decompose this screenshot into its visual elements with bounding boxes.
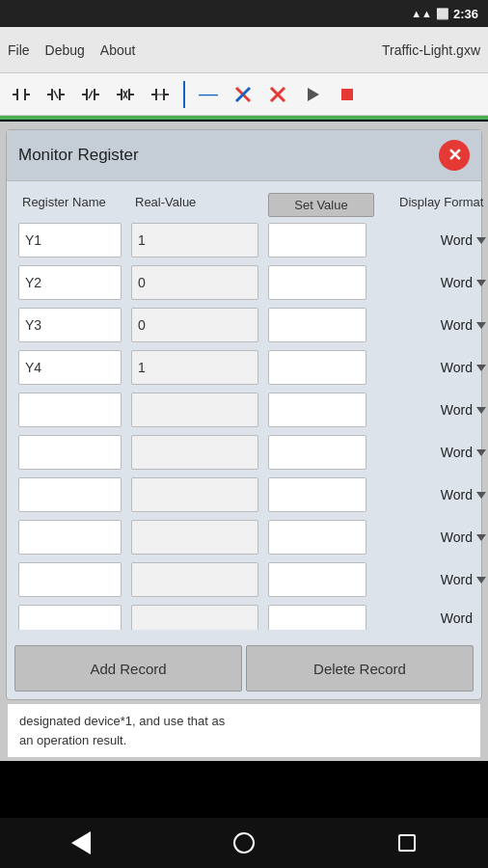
real-value-cell <box>127 560 262 599</box>
real-value-input-8[interactable] <box>131 562 258 597</box>
real-value-cell <box>127 475 262 514</box>
word-dropdown-2[interactable] <box>476 322 486 329</box>
word-dropdown-7[interactable] <box>476 534 486 541</box>
register-name-cell <box>14 348 125 387</box>
toolbar-divider <box>183 81 185 108</box>
battery-icon: ⬜ <box>436 8 449 20</box>
set-value-input-1[interactable] <box>268 265 366 300</box>
register-name-input-2[interactable] <box>18 308 122 342</box>
register-name-cell <box>14 221 125 259</box>
word-label-5: Word <box>441 445 473 460</box>
set-value-input-0[interactable] <box>268 223 366 258</box>
delete-record-button[interactable]: Delete Record <box>246 645 474 692</box>
real-value-input-9[interactable] <box>131 605 258 630</box>
register-name-input-9[interactable] <box>18 605 122 630</box>
real-value-input-5[interactable] <box>131 435 258 470</box>
table-row: Word <box>14 391 474 429</box>
register-name-input-4[interactable] <box>18 393 122 427</box>
menu-debug[interactable]: Debug <box>45 42 85 58</box>
toolbar-btn-line[interactable]: — <box>193 79 224 110</box>
app-title: Traffic-Light.gxw <box>150 42 480 58</box>
toolbar-btn-stop2[interactable] <box>262 79 293 110</box>
register-name-cell <box>14 560 125 599</box>
svg-line-13 <box>89 91 93 98</box>
real-value-input-2[interactable] <box>131 308 258 342</box>
toolbar-btn-coil[interactable] <box>145 79 176 110</box>
close-button[interactable]: ✕ <box>439 140 470 171</box>
green-indicator <box>0 116 488 120</box>
word-dropdown-1[interactable] <box>476 280 486 286</box>
toolbar-btn-ncontact[interactable] <box>41 79 71 110</box>
toolbar: — <box>0 73 488 116</box>
register-name-cell <box>14 518 125 556</box>
col-register-name: Register Name <box>18 193 129 217</box>
toolbar-btn-contact[interactable] <box>6 79 37 110</box>
register-name-input-3[interactable] <box>18 350 122 385</box>
nav-recents-button[interactable] <box>388 824 426 862</box>
add-record-button[interactable]: Add Record <box>14 645 242 692</box>
word-label-7: Word <box>441 529 473 545</box>
real-value-input-3[interactable] <box>131 350 258 385</box>
set-value-input-8[interactable] <box>268 562 366 597</box>
real-value-cell <box>127 391 262 429</box>
set-value-input-7[interactable] <box>268 520 366 555</box>
table-row: Word <box>14 518 474 556</box>
word-label-8: Word <box>441 572 473 587</box>
back-icon <box>71 831 91 854</box>
menu-file[interactable]: File <box>8 42 30 58</box>
toolbar-btn-stop[interactable] <box>228 79 258 110</box>
status-icons: ▲▲ ⬜ 2:36 <box>411 7 478 21</box>
register-name-input-1[interactable] <box>18 265 122 300</box>
menu-about[interactable]: About <box>100 42 136 58</box>
table-row: Word <box>14 221 474 259</box>
word-dropdown-4[interactable] <box>476 407 486 414</box>
table-header: Register Name Real-Value Set Value Displ… <box>14 189 474 221</box>
set-value-cell <box>264 560 370 599</box>
register-name-input-8[interactable] <box>18 562 122 597</box>
register-name-cell <box>14 306 125 344</box>
app-menu: File Debug About <box>8 42 135 58</box>
word-label-4: Word <box>441 402 473 418</box>
status-bar: ▲▲ ⬜ 2:36 <box>0 0 488 27</box>
set-value-input-9[interactable] <box>268 605 366 630</box>
toolbar-btn-play[interactable] <box>297 79 328 110</box>
nav-home-button[interactable] <box>225 824 263 862</box>
toolbar-btn-ncontact2[interactable] <box>110 79 141 110</box>
set-value-cell <box>264 391 370 429</box>
table-row: Word <box>14 348 474 387</box>
table-row: Word <box>14 433 474 472</box>
word-dropdown-3[interactable] <box>476 365 486 371</box>
display-format-cell: Word <box>372 360 488 375</box>
real-value-input-7[interactable] <box>131 520 258 555</box>
real-value-input-6[interactable] <box>131 477 258 512</box>
word-dropdown-0[interactable] <box>476 237 486 244</box>
set-value-cell <box>264 475 370 514</box>
set-value-input-2[interactable] <box>268 308 366 342</box>
dialog-header: Monitor Register ✕ <box>7 130 481 181</box>
word-dropdown-6[interactable] <box>476 492 486 499</box>
real-value-input-1[interactable] <box>131 265 258 300</box>
set-value-input-3[interactable] <box>268 350 366 385</box>
toolbar-btn-pcontact[interactable] <box>75 79 106 110</box>
set-value-input-6[interactable] <box>268 477 366 512</box>
set-value-input-5[interactable] <box>268 435 366 470</box>
toolbar-btn-stop-sq[interactable] <box>332 79 363 110</box>
app-bar: File Debug About Traffic-Light.gxw <box>0 27 488 73</box>
register-name-input-0[interactable] <box>18 223 122 258</box>
real-value-cell <box>127 306 262 344</box>
register-name-input-7[interactable] <box>18 520 122 555</box>
real-value-input-4[interactable] <box>131 393 258 427</box>
monitor-register-dialog: Monitor Register ✕ Register Name Real-Va… <box>6 129 482 700</box>
svg-marker-29 <box>308 88 319 101</box>
register-name-input-5[interactable] <box>18 435 122 470</box>
table-row: Word <box>14 306 474 344</box>
set-value-input-4[interactable] <box>268 393 366 427</box>
nav-back-button[interactable] <box>62 824 100 862</box>
word-dropdown-8[interactable] <box>476 577 486 583</box>
display-format-cell: Word <box>372 487 488 502</box>
register-name-input-6[interactable] <box>18 477 122 512</box>
word-dropdown-5[interactable] <box>476 449 486 456</box>
col-set-value: Set Value <box>268 193 374 217</box>
real-value-input-0[interactable] <box>131 223 258 258</box>
set-value-cell <box>264 263 370 302</box>
